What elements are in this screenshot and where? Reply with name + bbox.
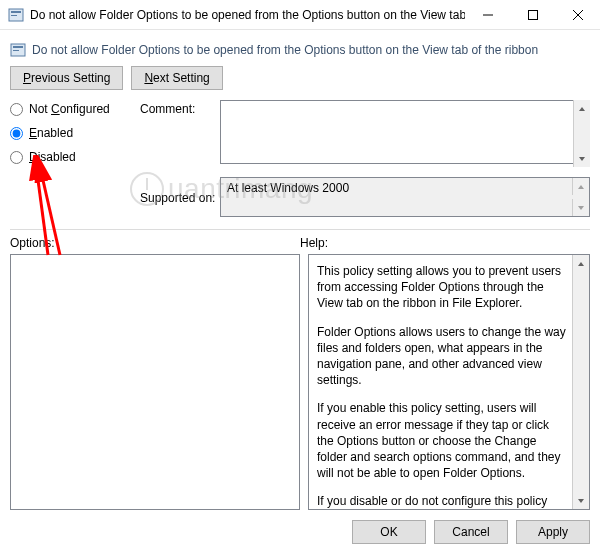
- help-scrollbar[interactable]: [572, 255, 589, 509]
- help-text: This policy setting allows you to preven…: [317, 263, 569, 312]
- comment-field[interactable]: [220, 100, 590, 164]
- page-title: Do not allow Folder Options to be opened…: [32, 43, 538, 57]
- svg-rect-8: [13, 46, 23, 48]
- close-button[interactable]: [555, 0, 600, 30]
- options-pane: [10, 254, 300, 510]
- scroll-up-icon: [572, 178, 589, 195]
- radio-enabled[interactable]: Enabled: [10, 126, 140, 140]
- supported-scrollbar: [572, 178, 589, 216]
- scroll-down-icon[interactable]: [572, 492, 589, 509]
- help-text: If you disable or do not configure this …: [317, 493, 569, 509]
- supported-label: Supported on:: [140, 189, 220, 205]
- window-title: Do not allow Folder Options to be opened…: [30, 8, 465, 22]
- scroll-up-icon[interactable]: [573, 100, 590, 117]
- ok-button[interactable]: OK: [352, 520, 426, 544]
- next-setting-button[interactable]: Next Setting: [131, 66, 222, 90]
- radio-disabled[interactable]: Disabled: [10, 150, 140, 164]
- comment-scrollbar[interactable]: [573, 100, 590, 167]
- help-label: Help:: [300, 236, 590, 250]
- svg-marker-12: [578, 185, 584, 189]
- svg-rect-2: [11, 15, 17, 16]
- svg-marker-15: [578, 499, 584, 503]
- help-pane: This policy setting allows you to preven…: [308, 254, 590, 510]
- policy-icon: [8, 7, 24, 23]
- svg-rect-9: [13, 50, 19, 51]
- maximize-button[interactable]: [510, 0, 555, 30]
- divider: [10, 229, 590, 230]
- help-text: Folder Options allows users to change th…: [317, 324, 569, 389]
- help-text: If you enable this policy setting, users…: [317, 400, 569, 481]
- svg-rect-1: [11, 11, 21, 13]
- cancel-button[interactable]: Cancel: [434, 520, 508, 544]
- supported-field: At least Windows 2000: [220, 177, 590, 217]
- scroll-up-icon[interactable]: [572, 255, 589, 272]
- svg-marker-10: [579, 107, 585, 111]
- previous-setting-button[interactable]: Previous Setting: [10, 66, 123, 90]
- radio-not-configured[interactable]: Not Configured: [10, 102, 140, 116]
- scroll-down-icon: [572, 199, 589, 216]
- policy-icon: [10, 42, 26, 58]
- svg-marker-13: [578, 206, 584, 210]
- svg-marker-11: [579, 157, 585, 161]
- apply-button[interactable]: Apply: [516, 520, 590, 544]
- options-label: Options:: [10, 236, 300, 250]
- scroll-down-icon[interactable]: [573, 150, 590, 167]
- svg-rect-4: [528, 11, 537, 20]
- svg-marker-14: [578, 262, 584, 266]
- comment-label: Comment:: [140, 100, 220, 116]
- minimize-button[interactable]: [465, 0, 510, 30]
